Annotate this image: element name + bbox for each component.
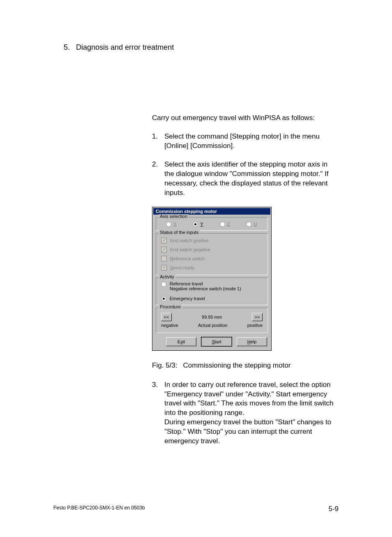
step-text: In order to carry out reference travel, … (164, 380, 339, 447)
intro-paragraph: Carry out emergency travel with WinPISA … (152, 113, 339, 123)
caption-text: Commissioning the stepping motor (183, 361, 291, 369)
checkmark-icon: ✓ (162, 247, 166, 252)
step-text: Select the command [Stepping motor] in t… (164, 132, 339, 151)
emergency-travel-radio[interactable]: Emergency travel (159, 295, 265, 302)
group-label: Activity (159, 275, 175, 279)
axis-radio-row: X Y Z U (159, 220, 265, 228)
document-page: 5. Diagnosis and error treatment Carry o… (0, 0, 392, 537)
jog-negative-button[interactable]: << (161, 313, 172, 321)
axis-x-radio[interactable]: X (166, 222, 176, 227)
chapter-title: Diagnosis and error treatment (76, 43, 174, 51)
axis-z-radio[interactable]: Z (220, 222, 230, 227)
procedure-group: Procedure << 99.95 mm >> negative Actual… (156, 308, 268, 333)
figure-caption: Fig. 5/3: Commissioning the stepping mot… (152, 361, 339, 370)
activity-label: Reference travel (170, 281, 241, 286)
checkbox-label: End switch negative (170, 247, 210, 252)
content-block-after: 3. In order to carry out reference trave… (152, 380, 339, 447)
positive-label: positive (247, 323, 263, 328)
checkmark-icon: ✓ (162, 265, 166, 270)
help-button[interactable]: Help (237, 337, 267, 346)
footer-doc-id: Festo P.BE-SPC200-SMX-1-EN en 0503b (53, 505, 145, 513)
group-label: Axis selection (159, 214, 189, 219)
axis-z-label: Z (227, 222, 230, 227)
end-switch-negative-checkbox: ✓ End switch negative (159, 245, 265, 254)
checkbox-label: Reference switch (170, 256, 205, 261)
step-2: 2. Select the axis identifier of the ste… (152, 160, 339, 198)
axis-x-label: X (173, 222, 176, 227)
servo-ready-checkbox: ✓ Servo ready (159, 263, 265, 272)
step-number: 1. (152, 132, 164, 151)
commission-dialog: Commission stepping motor Axis selection… (152, 207, 272, 351)
chapter-number: 5. (64, 43, 70, 51)
step-number: 2. (152, 160, 164, 198)
step-3: 3. In order to carry out reference trave… (152, 380, 339, 447)
instruction-list: 1. Select the command [Stepping motor] i… (152, 132, 339, 198)
negative-label: negative (161, 323, 178, 328)
axis-selection-group: Axis selection X Y Z U (156, 217, 268, 231)
step-1: 1. Select the command [Stepping motor] i… (152, 132, 339, 151)
group-label: Status of the inputs (159, 230, 200, 235)
activity-label: Emergency travel (170, 296, 205, 301)
actual-position-value: 99.95 mm (202, 315, 222, 319)
footer-page-number: 5-9 (328, 505, 339, 513)
group-label: Procedure (159, 305, 182, 309)
checkmark-icon: ✓ (162, 238, 166, 243)
step-text: Select the axis identifier of the steppi… (164, 160, 339, 198)
checkbox-label: End switch positive (170, 238, 209, 243)
checkbox-label: Servo ready (170, 265, 194, 270)
step-number: 3. (152, 380, 164, 447)
dialog-button-row: Exit Start Help (153, 335, 270, 350)
activity-group: Activity Reference travel Negative refer… (156, 278, 268, 305)
chapter-heading: 5. Diagnosis and error treatment (64, 43, 339, 52)
caption-label: Fig. 5/3: (152, 361, 177, 369)
axis-u-label: U (254, 222, 257, 227)
start-button[interactable]: Start (201, 337, 232, 346)
end-switch-positive-checkbox: ✓ End switch positive (159, 236, 265, 245)
axis-y-label: Y (200, 222, 203, 227)
reference-travel-radio[interactable]: Reference travel Negative reference swit… (159, 280, 265, 292)
jog-positive-button[interactable]: >> (252, 313, 263, 321)
actual-position-label: Actual position (198, 323, 228, 328)
status-inputs-group: Status of the inputs ✓ End switch positi… (156, 233, 268, 275)
axis-u-radio[interactable]: U (246, 222, 257, 227)
exit-button[interactable]: Exit (166, 337, 196, 346)
axis-y-radio[interactable]: Y (193, 222, 203, 227)
page-footer: Festo P.BE-SPC200-SMX-1-EN en 0503b 5-9 (53, 505, 339, 513)
content-block: Carry out emergency travel with WinPISA … (152, 113, 339, 198)
activity-subtitle: Negative reference switch (mode 1) (170, 286, 241, 291)
instruction-list-cont: 3. In order to carry out reference trave… (152, 380, 339, 447)
reference-switch-checkbox: Reference switch (159, 254, 265, 263)
